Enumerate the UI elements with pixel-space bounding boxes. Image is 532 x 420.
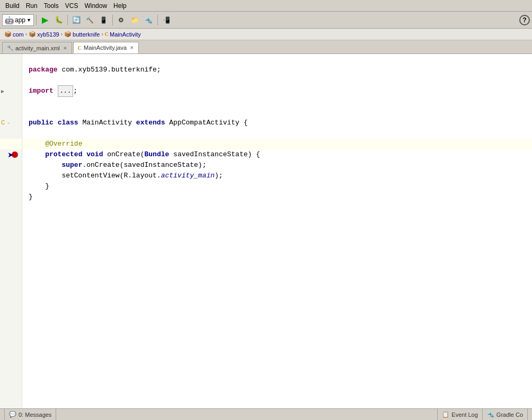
menu-window[interactable]: Window xyxy=(81,1,110,11)
messages-icon: 💬 xyxy=(9,411,16,418)
breadcrumb-sep-2: › xyxy=(61,31,63,37)
tabs-bar: 🔧 activity_main.xml ✕ C MainActivity.jav… xyxy=(0,40,532,54)
tab-label-xml: activity_main.xml xyxy=(15,45,60,51)
menu-vcs[interactable]: VCS xyxy=(62,1,82,11)
code-line-14: } xyxy=(22,192,532,202)
breadcrumb: 📦 com › 📦 xyb5139 › 📦 butterknife › C Ma… xyxy=(0,29,532,40)
toolbar: 🤖 app ▼ ▶ 🐛 🔄 🔨 📱 ⚙ 📁 🔩 📲 ? xyxy=(0,12,532,29)
messages-label: 0: Messages xyxy=(19,412,51,418)
fold-icon-class[interactable]: − xyxy=(7,121,10,126)
separator-4 xyxy=(157,15,158,25)
xml-tab-icon: 🔧 xyxy=(7,45,13,51)
gutter-line-14 xyxy=(0,192,22,202)
gradle-button[interactable]: 🔩 xyxy=(143,14,155,26)
gutter-line-9 xyxy=(0,139,22,149)
tab-mainactivity-java[interactable]: C MainActivity.java ✕ xyxy=(73,42,139,53)
gutter-line-2 xyxy=(0,65,22,75)
breadcrumb-label-com: com xyxy=(13,31,24,38)
gutter-line-8 xyxy=(0,128,22,139)
tab-close-xml[interactable]: ✕ xyxy=(63,46,67,51)
fold-icon-import[interactable]: ▶ xyxy=(1,89,4,94)
code-line-7: public class MainActivity extends AppCom… xyxy=(22,118,532,128)
menu-tools[interactable]: Tools xyxy=(41,1,62,11)
package-icon-2: 📦 xyxy=(29,31,36,38)
tab-activity-main-xml[interactable]: 🔧 activity_main.xml ✕ xyxy=(2,42,72,53)
keyword-super: super xyxy=(61,160,82,171)
java-tab-icon: C xyxy=(78,45,82,51)
code-line-20 xyxy=(22,255,532,266)
gutter-line-6 xyxy=(0,107,22,118)
code-line-16 xyxy=(22,213,532,224)
separator-1 xyxy=(36,15,37,25)
keyword-void: void xyxy=(86,149,103,160)
gutter-line-13 xyxy=(0,181,22,192)
breadcrumb-label-xyb5139: xyb5139 xyxy=(37,31,59,38)
code-line-10: protected void onCreate( Bundle savedIns… xyxy=(22,149,532,160)
tab-close-java[interactable]: ✕ xyxy=(130,45,134,50)
code-line-4: import ... ; xyxy=(22,86,532,96)
code-line-15 xyxy=(22,202,532,213)
breadcrumb-sep-3: › xyxy=(101,31,103,37)
gutter-line-7: − C xyxy=(0,118,22,128)
messages-status[interactable]: 💬 0: Messages xyxy=(4,409,56,420)
code-line-3 xyxy=(22,75,532,86)
menu-help[interactable]: Help xyxy=(110,1,130,11)
gutter-line-4: ▶ xyxy=(0,86,22,96)
breadcrumb-label-mainactivity: MainActivity xyxy=(110,31,141,38)
import-semi: ; xyxy=(73,86,77,96)
run-button[interactable]: ▶ xyxy=(39,14,51,26)
gradle-label: Gradle Co xyxy=(496,412,523,418)
breadcrumb-xyb5139[interactable]: 📦 xyb5139 xyxy=(29,31,59,38)
type-bundle: Bundle xyxy=(144,149,169,160)
chevron-down-icon: ▼ xyxy=(26,17,31,23)
fold-icon-method[interactable]: − xyxy=(16,153,19,157)
device-button[interactable]: 📲 xyxy=(160,14,173,26)
keyword-class: class xyxy=(58,118,78,128)
code-line-12: setContentView(R.layout. activity_main )… xyxy=(22,171,532,181)
code-line-17 xyxy=(22,224,532,234)
code-line-2: package com.xyb5139.butterknife; xyxy=(22,65,532,75)
code-line-19 xyxy=(22,245,532,255)
code-line-8 xyxy=(22,128,532,139)
menu-run[interactable]: Run xyxy=(23,1,41,11)
avd-button[interactable]: 📱 xyxy=(97,14,110,26)
help-button[interactable]: ? xyxy=(519,15,530,25)
project-button[interactable]: 📁 xyxy=(129,14,141,26)
menu-build[interactable]: Build xyxy=(2,1,23,11)
class-icon: C xyxy=(105,31,109,37)
code-editor[interactable]: package com.xyb5139.butterknife; import … xyxy=(22,54,532,408)
line-gutter: ▶ − C ➤ − xyxy=(0,54,22,408)
gutter-line-1 xyxy=(0,54,22,65)
keyword-extends: extends xyxy=(136,118,165,128)
breadcrumb-mainactivity[interactable]: C MainActivity xyxy=(105,31,141,38)
tab-label-java: MainActivity.java xyxy=(84,44,127,51)
editor-container: ▶ − C ➤ − xyxy=(0,54,532,408)
gutter-line-10: ➤ − xyxy=(0,149,22,160)
breadcrumb-butterknife[interactable]: 📦 butterknife xyxy=(64,31,100,38)
breadcrumb-com[interactable]: 📦 com xyxy=(4,31,24,38)
code-line-18 xyxy=(22,234,532,245)
gutter-line-5 xyxy=(0,96,22,107)
keyword-public: public xyxy=(29,118,54,128)
app-label: app xyxy=(15,16,25,24)
import-ellipsis: ... xyxy=(58,85,74,97)
breadcrumb-sep-1: › xyxy=(25,31,27,37)
event-log-status[interactable]: 📋 Event Log xyxy=(437,409,483,420)
sync-button[interactable]: 🔄 xyxy=(70,14,83,26)
gradle-status[interactable]: 🔩 Gradle Co xyxy=(483,409,528,420)
debug-button[interactable]: 🐛 xyxy=(52,14,65,26)
layout-name: activity_main xyxy=(161,171,215,181)
menu-bar: Build Run Tools VCS Window Help xyxy=(0,0,532,12)
sdk-button[interactable]: ⚙ xyxy=(115,14,128,26)
gutter-line-15 xyxy=(0,202,22,213)
separator-3 xyxy=(112,15,113,25)
code-line-5 xyxy=(22,96,532,107)
gutter-line-3 xyxy=(0,75,22,86)
build-button[interactable]: 🔨 xyxy=(84,14,96,26)
package-name: com.xyb5139.butterknife; xyxy=(58,65,161,75)
package-icon-3: 📦 xyxy=(64,31,72,38)
import-dots xyxy=(54,86,58,96)
app-selector[interactable]: 🤖 app ▼ xyxy=(2,14,34,26)
gutter-line-11 xyxy=(0,160,22,171)
gradle-icon: 🔩 xyxy=(487,411,494,418)
